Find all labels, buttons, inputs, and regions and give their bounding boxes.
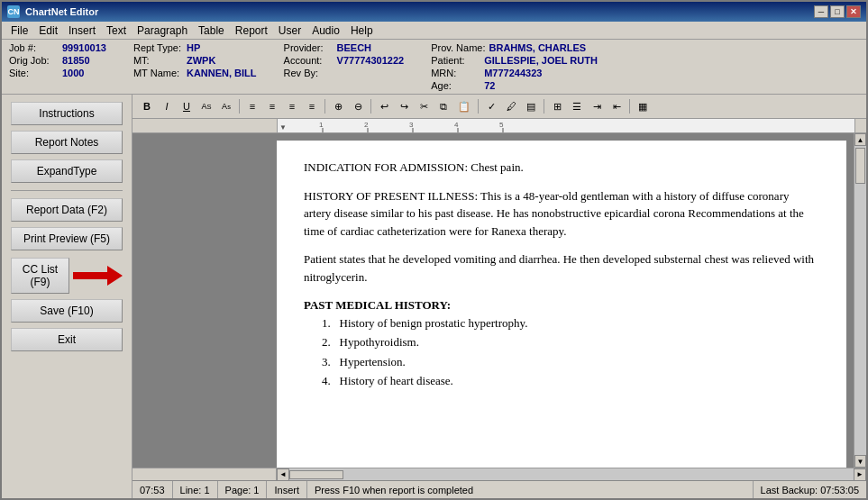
ruler: ▼ 1 2 3 4 5 [132,119,866,133]
expand-type-button[interactable]: ExpandType [11,159,123,183]
menu-file[interactable]: File [5,23,33,38]
paragraph-patient-states: Patient states that he developed vomitin… [304,250,819,286]
app-icon: CN [7,5,20,18]
close-button[interactable]: ✕ [846,5,861,18]
content-area: B I U AS As ≡ ≡ ≡ ≡ ⊕ ⊖ ↩ ↪ ✂ ⧉ 📋 ✓ [132,95,866,498]
underline-button[interactable]: U [178,97,196,115]
status-bar: 07:53 Line: 1 Page: 1 Insert Press F10 w… [132,480,866,498]
status-backup: Last Backup: 07:53:05 [754,481,866,498]
list-item: 4. History of heart disease. [322,372,819,390]
copy-button[interactable]: ⧉ [434,97,452,115]
info-bar: Job #:99910013 Orig Job:81850 Site:1000 … [2,40,866,95]
misc-button[interactable]: ▦ [634,97,652,115]
indent-button[interactable]: ⇥ [588,97,606,115]
menu-table[interactable]: Table [193,23,230,38]
undo-button[interactable]: ↩ [375,97,393,115]
superscript-button[interactable]: AS [197,97,215,115]
redo-button[interactable]: ↪ [395,97,413,115]
menu-user[interactable]: User [273,23,306,38]
toolbar-sep-2 [324,99,325,114]
report-data-button[interactable]: Report Data (F2) [11,198,123,222]
horizontal-scrollbar[interactable]: ◄ ► [277,468,866,480]
outdent-button[interactable]: ⇤ [608,97,626,115]
title-bar: CN ChartNet Editor ─ □ ✕ [2,2,866,22]
instructions-button[interactable]: Instructions [11,102,123,125]
menu-help[interactable]: Help [345,23,379,38]
print-preview-button[interactable]: Print Preview (F5) [11,227,123,250]
svg-text:▼: ▼ [279,123,287,132]
list-button[interactable]: ☰ [568,97,586,115]
subscript-button[interactable]: As [217,97,235,115]
document-scroll[interactable]: INDICATION FOR ADMISSION: Chest pain. HI… [132,133,854,468]
title-bar-left: CN ChartNet Editor [7,5,98,18]
menu-insert[interactable]: Insert [63,23,101,38]
minimize-button[interactable]: ─ [814,5,828,18]
document-editor[interactable]: INDICATION FOR ADMISSION: Chest pain. HI… [277,141,846,468]
toolbar-sep-1 [239,99,240,114]
align-right-button[interactable]: ≡ [283,97,301,115]
svg-text:4: 4 [454,121,459,129]
past-medical-list: 1. History of benign prostatic hypertrop… [322,314,819,390]
scroll-down-button[interactable]: ▼ [854,455,866,468]
scroll-right-button[interactable]: ► [854,468,866,481]
red-arrow-icon [73,266,123,286]
sidebar: Instructions Report Notes ExpandType Rep… [2,95,132,498]
report-notes-button[interactable]: Report Notes [11,131,123,154]
scroll-track-h[interactable] [289,468,854,480]
ruler-svg: ▼ 1 2 3 4 5 [278,119,854,133]
maximize-button[interactable]: □ [830,5,845,18]
paragraph-history: HISTORY OF PRESENT ILLNESS: This is a 48… [304,187,819,241]
exit-button[interactable]: Exit [11,328,123,351]
align-center-button[interactable]: ≡ [263,97,281,115]
menu-report[interactable]: Report [230,23,273,38]
zoom-in-button[interactable]: ⊕ [329,97,347,115]
bold-button[interactable]: B [138,97,156,115]
svg-text:3: 3 [409,121,414,129]
svg-text:1: 1 [319,121,324,129]
align-justify-button[interactable]: ≡ [303,97,321,115]
menu-text[interactable]: Text [101,23,132,38]
info-col-2: Rept Type:HP MT:ZWPK MT Name:KANNEN, BIL… [133,42,257,91]
cut-button[interactable]: ✂ [415,97,433,115]
svg-text:2: 2 [364,121,369,129]
document-container: INDICATION FOR ADMISSION: Chest pain. HI… [132,133,866,468]
scroll-track-v[interactable] [854,146,866,455]
align-left-button[interactable]: ≡ [243,97,261,115]
list-item: 1. History of benign prostatic hypertrop… [322,314,819,332]
save-button[interactable]: Save (F10) [11,299,123,323]
italic-button[interactable]: I [158,97,176,115]
table-insert-button[interactable]: ⊞ [548,97,566,115]
format-button[interactable]: 🖊 [502,97,520,115]
menu-paragraph[interactable]: Paragraph [132,23,193,38]
toolbar-sep-5 [544,99,544,114]
main-window: CN ChartNet Editor ─ □ ✕ File Edit Inser… [0,0,868,500]
info-col-1: Job #:99910013 Orig Job:81850 Site:1000 [9,42,106,91]
window-controls: ─ □ ✕ [814,5,861,18]
window-title: ChartNet Editor [25,6,98,17]
menu-bar: File Edit Insert Text Paragraph Table Re… [2,22,866,40]
toolbar-sep-4 [478,99,479,114]
zoom-out-button[interactable]: ⊖ [349,97,367,115]
info-col-4: Prov. Name:BRAHMS, CHARLES Patient:GILLE… [431,42,598,91]
list-item: 3. Hypertension. [322,353,819,371]
vertical-scrollbar[interactable]: ▲ ▼ [854,133,866,468]
toolbar-sep-6 [629,99,630,114]
cc-list-button[interactable]: CC List (F9) [11,258,69,294]
info-col-3: Provider:BEECH Account:V77774301222 Rev … [284,42,405,91]
formatting-toolbar: B I U AS As ≡ ≡ ≡ ≡ ⊕ ⊖ ↩ ↪ ✂ ⧉ 📋 ✓ [132,95,866,119]
horizontal-scrollbar-area: ◄ ► [132,468,866,480]
menu-audio[interactable]: Audio [306,23,345,38]
menu-edit[interactable]: Edit [33,23,63,38]
status-mode: Insert [267,481,307,498]
svg-text:5: 5 [499,121,504,129]
cc-list-row: CC List (F9) [11,258,123,294]
scroll-left-button[interactable]: ◄ [277,468,289,481]
svg-marker-0 [73,266,123,286]
spell-button[interactable]: ✓ [482,97,500,115]
status-time: 07:53 [132,481,173,498]
scroll-thumb-v[interactable] [855,148,865,184]
scroll-thumb-h[interactable] [289,470,343,479]
paste-button[interactable]: 📋 [454,97,474,115]
scroll-up-button[interactable]: ▲ [854,133,866,146]
color-button[interactable]: ▤ [522,97,540,115]
